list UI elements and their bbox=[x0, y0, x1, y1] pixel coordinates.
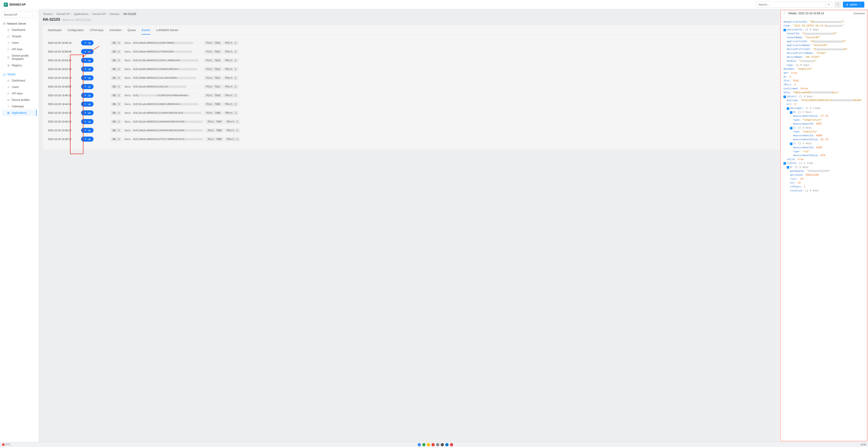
event-up-button[interactable]: up bbox=[81, 136, 94, 141]
sidebar-item-api-keys[interactable]: API keys bbox=[2, 46, 37, 53]
search-icon bbox=[827, 3, 830, 6]
sidebar-item-regions[interactable]: Regions bbox=[2, 62, 37, 69]
sidebar-item-tenant-users[interactable]: Users bbox=[2, 84, 37, 90]
expand-toggle[interactable]: − bbox=[783, 96, 786, 98]
tab-dashboard[interactable]: Dashboard bbox=[48, 29, 62, 35]
user-menu-button[interactable]: admin bbox=[843, 2, 864, 8]
event-button-label: up bbox=[88, 103, 91, 105]
tab-configuration[interactable]: Configuration bbox=[67, 29, 84, 35]
help-button[interactable]: ? bbox=[835, 2, 841, 8]
expand-toggle[interactable]: − bbox=[790, 142, 793, 145]
expand-toggle[interactable]: − bbox=[790, 111, 793, 114]
event-row: 2023-10-20 10:42:12 up DR: 5 Data: 01011… bbox=[48, 108, 859, 117]
tab-otaa-keys[interactable]: OTAA keys bbox=[90, 29, 103, 35]
event-up-button[interactable]: up bbox=[81, 93, 94, 98]
tab-activation[interactable]: Activation bbox=[110, 29, 121, 35]
user-icon bbox=[7, 86, 10, 89]
sidebar-item-dashboard[interactable]: Dashboard bbox=[2, 27, 37, 33]
breadcrumb-link[interactable]: SenseCAP bbox=[56, 12, 70, 15]
event-dr-tag: DR: 5 bbox=[111, 102, 122, 106]
tenant-select[interactable]: SenseCAP bbox=[2, 11, 37, 18]
svg-line-45 bbox=[86, 104, 86, 105]
download-button[interactable]: Download bbox=[854, 12, 865, 15]
event-up-button[interactable]: up bbox=[81, 75, 94, 81]
json-row: type: "co2" bbox=[783, 150, 864, 153]
json-row: uplinkId: 796512145 bbox=[783, 173, 864, 177]
event-tags: DR: 5 Data: 010110986c00000102210dc09010… bbox=[111, 76, 239, 80]
search-button[interactable] bbox=[826, 2, 832, 8]
svg-line-61 bbox=[86, 139, 86, 140]
breadcrumb-current: HA-S2103 bbox=[123, 12, 136, 15]
json-row: type: "humidity" bbox=[783, 130, 864, 134]
tab-events[interactable]: Events bbox=[142, 29, 150, 35]
json-viewer[interactable]: deduplicationId: "897"time: "2023-10-20T… bbox=[780, 18, 868, 442]
event-data-tag: Data: 010110986c00000102210dc090100001 bbox=[123, 76, 203, 80]
event-up-button[interactable]: up bbox=[81, 58, 94, 63]
device-card: Dashboard Configuration OTAA keys Activa… bbox=[43, 25, 864, 150]
json-row: applicationName: "SenseCAP" bbox=[783, 43, 864, 47]
key-icon bbox=[7, 48, 10, 51]
json-row: type: "temperature" bbox=[783, 118, 864, 122]
breadcrumb-link[interactable]: Devices bbox=[110, 12, 120, 15]
event-row: 2023-10-20 10:46:11 up DR: 5 Data: 0101c… bbox=[48, 91, 859, 100]
expand-toggle[interactable]: − bbox=[783, 162, 786, 165]
page-title-text: HA-S2103 bbox=[43, 18, 60, 22]
close-button[interactable] bbox=[783, 11, 785, 15]
magnify-icon bbox=[84, 111, 87, 115]
event-fport-tag: FPort: 2 bbox=[223, 50, 239, 54]
sidebar-item-label: Dashboard bbox=[12, 28, 25, 32]
event-fcnt-tag: FCnt: 7911 bbox=[204, 85, 222, 89]
event-up-button[interactable]: up bbox=[81, 101, 94, 107]
sidebar-item-users[interactable]: Users bbox=[2, 40, 37, 46]
event-tags: DR: 5 Data: 0101108e6c000001021096040100… bbox=[111, 128, 240, 132]
sidebar-item-device-profile-templates[interactable]: Device-profile templates bbox=[2, 53, 37, 62]
event-up-button[interactable]: up bbox=[81, 110, 94, 116]
event-up-button[interactable]: up bbox=[81, 49, 94, 54]
event-button-label: up bbox=[88, 111, 91, 114]
search-input[interactable] bbox=[756, 2, 826, 8]
expand-toggle[interactable]: − bbox=[787, 166, 789, 168]
event-dr-tag: DR: 5 bbox=[111, 85, 122, 89]
sidebar-section-tenant[interactable]: Tenant bbox=[2, 71, 37, 77]
event-up-button[interactable]: up bbox=[81, 119, 94, 124]
event-up-button[interactable]: up bbox=[81, 40, 94, 45]
event-up-button[interactable]: up bbox=[81, 67, 94, 72]
json-row: −0: {} 3 keys bbox=[783, 110, 864, 114]
event-button-label: up bbox=[88, 41, 91, 44]
event-fport-tag: FPort: 2 bbox=[223, 67, 239, 71]
breadcrumb-link[interactable]: Tenants bbox=[43, 12, 53, 15]
chevron-down-icon bbox=[859, 3, 862, 6]
breadcrumb-link[interactable]: SenseCAP bbox=[92, 12, 106, 15]
json-row: rfChain: 1 bbox=[783, 185, 864, 189]
tab-queue[interactable]: Queue bbox=[127, 29, 136, 35]
event-tags: DR: 5 Data: 010110846c0000010210707ef400… bbox=[111, 137, 240, 141]
event-button-label: up bbox=[88, 68, 91, 70]
expand-toggle[interactable]: − bbox=[783, 29, 786, 31]
magnify-icon bbox=[84, 50, 87, 53]
breadcrumb-link[interactable]: Applications bbox=[73, 12, 89, 15]
event-time: 2023-10-20 10:58:14 bbox=[48, 41, 78, 44]
sidebar-section-network-server[interactable]: Network Server bbox=[2, 21, 37, 27]
json-row: measurementValue: 62.76 bbox=[783, 137, 864, 141]
sidebar-item-tenant-dashboard[interactable]: Dashboard bbox=[2, 77, 37, 84]
svg-rect-12 bbox=[8, 112, 8, 113]
expand-toggle[interactable]: − bbox=[787, 107, 789, 110]
event-tags: DR: 5 Data: 0101108e6c0000010210208f5000… bbox=[111, 41, 239, 45]
sidebar-item-label: API keys bbox=[12, 48, 23, 51]
sidebar-item-gateways[interactable]: Gateways bbox=[2, 103, 37, 109]
sidebar-item-label: Dashboard bbox=[12, 79, 25, 82]
tab-lorawan-frames[interactable]: LoRaWAN frames bbox=[156, 29, 178, 35]
event-up-button[interactable]: up bbox=[81, 128, 94, 133]
dashboard-icon bbox=[7, 29, 10, 32]
event-up-button[interactable]: up bbox=[81, 84, 94, 89]
event-time: 2023-10-20 10:54:12 bbox=[48, 59, 78, 62]
expand-toggle[interactable]: − bbox=[790, 127, 793, 129]
event-fcnt-tag: FCnt: 7910 bbox=[204, 94, 222, 97]
sidebar-item-applications[interactable]: Applications bbox=[2, 109, 37, 116]
event-tags: DR: 5 Data: 0101c0100010410f80b0a00d6ec … bbox=[111, 94, 239, 97]
sidebar-item-tenants[interactable]: Tenants bbox=[2, 33, 37, 40]
sidebar-item-device-profiles[interactable]: Device profiles bbox=[2, 97, 37, 103]
json-row: rssi: -87 bbox=[783, 177, 864, 181]
sidebar-item-tenant-api-keys[interactable]: API keys bbox=[2, 90, 37, 97]
event-button-label: up bbox=[88, 129, 91, 132]
